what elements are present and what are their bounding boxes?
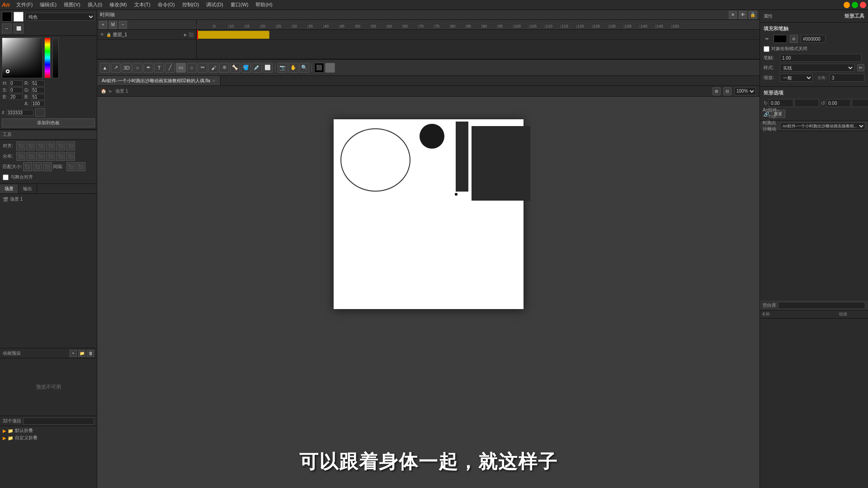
lib-item-custom[interactable]: ▶ 📁 自定义折叠 <box>2 434 95 441</box>
tool-rect[interactable]: ▭ <box>176 63 186 73</box>
anim-delete-btn[interactable]: 🗑 <box>87 350 94 357</box>
tool-hand[interactable]: ✋ <box>288 63 298 73</box>
window-minimize[interactable] <box>844 2 850 8</box>
window-maximize[interactable] <box>852 2 858 8</box>
tool-subselect[interactable]: ↗ <box>111 63 121 73</box>
stroke-none-btn[interactable]: ⊘ <box>790 35 798 43</box>
menu-modify[interactable]: 修改(M) <box>106 0 130 9</box>
stroke-width-input[interactable] <box>780 54 862 62</box>
tab-library2[interactable]: 输出 <box>19 184 37 193</box>
tl-lock-btn[interactable]: 🔒 <box>749 11 757 19</box>
tool-select[interactable]: ▲ <box>100 63 110 73</box>
join-input[interactable] <box>830 74 864 82</box>
shape-circle-outline[interactable] <box>340 128 410 192</box>
distrib-center-h-btn[interactable]: ⬛ <box>26 152 35 161</box>
menu-debug[interactable]: 调试(D) <box>203 0 226 9</box>
stage-align-checkbox[interactable] <box>3 174 9 180</box>
match-h-btn[interactable]: ⬛ <box>33 162 42 171</box>
tool-paint-bucket[interactable]: 🪣 <box>241 63 251 73</box>
distrib-bottom-btn[interactable]: ⬛ <box>66 152 75 161</box>
alpha-slider[interactable] <box>52 38 59 78</box>
align-left-btn[interactable]: ⬛ <box>16 141 25 150</box>
tool-line[interactable]: ╱ <box>165 63 175 73</box>
align-bottom-btn[interactable]: ⬛ <box>66 141 75 150</box>
tl-close-btn[interactable]: ✕ <box>729 11 737 19</box>
stroke-color-value[interactable]: #000000 <box>801 35 826 43</box>
tool-pencil[interactable]: ✏ <box>198 63 208 73</box>
corner-bl-input[interactable] <box>826 99 851 107</box>
tool-deco[interactable]: ❊ <box>219 63 229 73</box>
tool-camera[interactable]: 📷 <box>278 63 288 73</box>
tab-scene[interactable]: 场景 <box>0 184 19 193</box>
library-search[interactable] <box>23 418 94 425</box>
shape-rect-wide[interactable] <box>472 126 530 201</box>
tl-eye-btn[interactable]: 👁 <box>739 11 747 19</box>
alpha-input[interactable] <box>31 101 45 107</box>
stroke-style-edit-btn[interactable]: ✏ <box>857 64 864 71</box>
shape-rect-tall[interactable] <box>456 122 468 192</box>
match-w-btn[interactable]: ⬛ <box>23 162 32 171</box>
menu-control[interactable]: 控制(O) <box>179 0 203 9</box>
add-layer-btn[interactable]: + <box>99 21 107 29</box>
menu-window[interactable]: 窗口(W) <box>227 0 252 9</box>
menu-command[interactable]: 命令(O) <box>155 0 178 9</box>
frame-block-1[interactable] <box>197 31 269 39</box>
swap-colors-btn[interactable]: ↔ <box>2 23 12 33</box>
anim-folder-btn[interactable]: 📁 <box>78 350 85 357</box>
right-lib-search[interactable] <box>778 302 865 309</box>
align-top-btn[interactable]: ⬛ <box>46 141 55 150</box>
menu-view[interactable]: 视图(V) <box>61 0 84 9</box>
breadcrumb-scene[interactable]: 场景 1 <box>115 88 128 94</box>
scale-select[interactable]: 一般 <box>780 74 813 82</box>
zoom-select[interactable]: 100% <box>734 87 756 95</box>
align-right-btn[interactable]: ⬛ <box>36 141 45 150</box>
shape-circle-fill[interactable] <box>420 124 444 149</box>
tool-lasso[interactable]: ○ <box>132 63 142 73</box>
layer-lock-icon[interactable]: 🔒 <box>106 33 111 37</box>
tool-text[interactable]: T <box>154 63 164 73</box>
default-colors-btn[interactable]: ⬜ <box>14 23 24 33</box>
add-to-palette-btn[interactable]: 添加到色板 <box>2 118 95 127</box>
stroke-color-btn[interactable]: ⬛ <box>314 63 324 73</box>
align-center-v-btn[interactable]: ⬛ <box>56 141 65 150</box>
hue-slider[interactable] <box>44 38 51 78</box>
file-tab-close[interactable]: ✕ <box>212 79 216 83</box>
stroke-color-swatch[interactable] <box>2 12 12 22</box>
corner-br-input[interactable] <box>852 99 868 107</box>
fill-type-select[interactable]: 纯色 <box>25 13 95 21</box>
tool-bone[interactable]: 🦴 <box>230 63 240 73</box>
fit-stage-btn[interactable]: ⊞ <box>712 87 721 95</box>
spacing-h-btn[interactable]: ⬛ <box>66 162 75 171</box>
match-wh-btn[interactable]: ⬛ <box>43 162 52 171</box>
bright-input[interactable] <box>9 94 23 100</box>
playhead[interactable] <box>197 30 198 40</box>
window-close[interactable] <box>860 2 866 8</box>
anim-add-btn[interactable]: + <box>70 350 77 357</box>
g-input[interactable] <box>31 87 45 93</box>
tool-eraser[interactable]: ⬜ <box>263 63 273 73</box>
tool-zoom[interactable]: 🔍 <box>299 63 309 73</box>
object-draw-checkbox[interactable] <box>764 46 769 52</box>
align-center-h-btn[interactable]: ⬛ <box>26 141 35 150</box>
lib-item-default[interactable]: ▶ 📁 默认折叠 <box>2 427 95 434</box>
menu-edit[interactable]: 编辑(E) <box>37 0 60 9</box>
hue-input[interactable] <box>9 80 23 86</box>
fill-color-swatch[interactable] <box>14 12 24 22</box>
distrib-right-btn[interactable]: ⬛ <box>36 152 45 161</box>
tool-eyedropper[interactable]: 💉 <box>252 63 262 73</box>
sat-input[interactable] <box>9 87 23 93</box>
file-tab-1[interactable]: An软件-一个小时跑出沙雕动画实操教程02称的人偶.fla ✕ <box>97 76 221 85</box>
distrib-top-btn[interactable]: ⬛ <box>46 152 55 161</box>
menu-text[interactable]: 文本(T) <box>131 0 154 9</box>
menu-insert[interactable]: 插入(I) <box>85 0 105 9</box>
distrib-left-btn[interactable]: ⬛ <box>16 152 25 161</box>
layer-visibility-icon[interactable]: 👁 <box>100 32 104 37</box>
stroke-color-picker[interactable] <box>774 35 787 43</box>
layer-row-1[interactable]: 👁 🔒 图层_1 ▶ ⬛ <box>97 30 196 40</box>
tool-oval[interactable]: ○ <box>187 63 197 73</box>
menu-file[interactable]: 文件(F) <box>13 0 36 9</box>
corner-tl-input[interactable] <box>769 99 793 107</box>
b-input[interactable] <box>31 94 45 100</box>
hex-input[interactable] <box>6 110 33 116</box>
distrib-center-v-btn[interactable]: ⬛ <box>56 152 65 161</box>
